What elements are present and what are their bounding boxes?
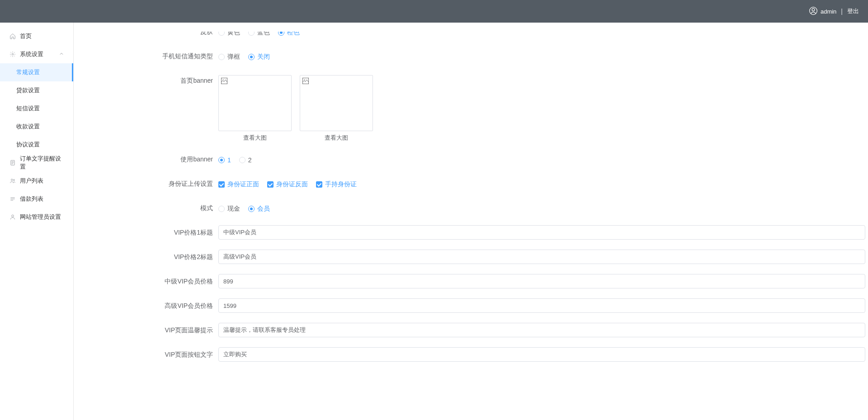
svg-point-7 [11,179,13,181]
chevron-up-icon [59,51,64,58]
mode-label: 模式 [83,201,218,215]
banner-1[interactable]: 查看大图 [218,75,292,142]
sms-opt-off[interactable]: 关闭 [248,53,270,61]
mode-cash[interactable]: 现金 [218,205,240,213]
top-header: admin | 登出 [0,0,868,23]
users-icon [9,177,16,184]
id-back-check[interactable]: 身份证反面 [267,180,308,189]
row-vip1-title: VIP价格1标题 [83,225,865,240]
vip1-title-input[interactable] [218,225,865,240]
vip1-title-label: VIP价格1标题 [83,225,218,240]
row-id-upload: 身份证上传设置 身份证正面 身份证反面 手持身份证 [83,176,865,191]
use-banner-1[interactable]: 1 [218,156,231,164]
skin-label: 皮肤 [83,32,218,39]
document-icon [9,159,16,166]
banner-2[interactable]: 查看大图 [300,75,373,142]
skin-opt-orange[interactable]: 橙色 [278,32,300,37]
nav-system-general[interactable]: 常规设置 [0,63,73,81]
broken-image-icon [302,77,309,85]
home-icon [9,33,16,40]
vip-btn-input[interactable] [218,347,865,362]
mid-vip-price-input[interactable] [218,274,865,288]
gear-icon [9,51,16,58]
main-content: 皮肤 黄色 蓝色 橙色 手机短信通知类型 弹框 关闭 首页banner [74,23,868,420]
id-upload-label: 身份证上传设置 [83,176,218,191]
row-banner: 首页banner 查看大图 查看大图 [83,73,865,142]
row-use-banner: 使用banner 1 2 [83,152,865,166]
vip2-title-input[interactable] [218,250,865,264]
avatar-icon [809,6,818,17]
vip-tip-input[interactable] [218,323,865,337]
list-icon [9,195,16,203]
nav-system[interactable]: 系统设置 [0,45,73,63]
id-front-check[interactable]: 身份证正面 [218,180,259,189]
banner-label: 首页banner [83,73,218,88]
mid-vip-price-label: 中级VIP会员价格 [83,274,218,288]
row-vip-btn: VIP页面按钮文字 [83,347,865,362]
sidebar: 首页 系统设置 常规设置 贷款设置 短信设置 收款设置 协议设置 订单文字提醒设… [0,23,74,420]
svg-point-2 [12,53,14,55]
row-sms-type: 手机短信通知类型 弹框 关闭 [83,49,865,63]
row-high-vip-price: 高级VIP会员价格 [83,298,865,313]
high-vip-price-input[interactable] [218,298,865,313]
broken-image-icon [221,77,228,85]
logout-link[interactable]: 登出 [847,7,859,15]
header-separator: | [841,8,843,15]
nav-system-sms[interactable]: 短信设置 [0,99,73,118]
nav-order-text[interactable]: 订单文字提醒设置 [0,154,73,172]
settings-form: 皮肤 黄色 蓝色 橙色 手机短信通知类型 弹框 关闭 首页banner [83,32,868,411]
nav-home[interactable]: 首页 [0,27,73,45]
row-vip2-title: VIP价格2标题 [83,250,865,264]
nav-admins[interactable]: 网站管理员设置 [0,208,73,226]
nav-system-payment[interactable]: 收款设置 [0,118,73,136]
banner-2-caption[interactable]: 查看大图 [300,134,373,142]
username: admin [821,8,836,15]
row-skin: 皮肤 黄色 蓝色 橙色 [83,32,865,39]
user-icon [9,213,16,221]
mode-member[interactable]: 会员 [248,205,270,213]
user-menu[interactable]: admin [809,6,836,17]
row-mid-vip-price: 中级VIP会员价格 [83,274,865,288]
row-vip-tip: VIP页面温馨提示 [83,323,865,337]
nav-system-agreement[interactable]: 协议设置 [0,136,73,154]
vip2-title-label: VIP价格2标题 [83,250,218,264]
vip-tip-label: VIP页面温馨提示 [83,323,218,337]
row-mode: 模式 现金 会员 [83,201,865,215]
nav-loans[interactable]: 借款列表 [0,190,73,208]
id-hand-check[interactable]: 手持身份证 [316,180,357,189]
svg-point-12 [12,215,14,217]
high-vip-price-label: 高级VIP会员价格 [83,298,218,313]
nav-users[interactable]: 用户列表 [0,172,73,190]
use-banner-2[interactable]: 2 [239,156,252,164]
skin-opt-blue[interactable]: 蓝色 [248,32,270,37]
use-banner-label: 使用banner [83,152,218,166]
sms-opt-popup[interactable]: 弹框 [218,53,240,61]
svg-point-1 [812,8,815,11]
skin-opt-yellow[interactable]: 黄色 [218,32,240,37]
nav-system-loan[interactable]: 贷款设置 [0,81,73,99]
sms-type-label: 手机短信通知类型 [83,49,218,63]
vip-btn-label: VIP页面按钮文字 [83,347,218,362]
svg-point-8 [13,179,14,181]
banner-1-caption[interactable]: 查看大图 [218,134,292,142]
